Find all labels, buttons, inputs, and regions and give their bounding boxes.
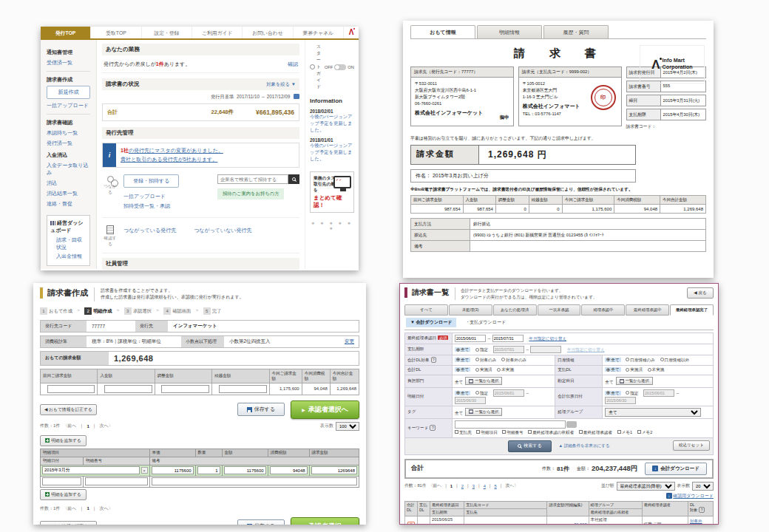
carryover-input[interactable] — [219, 385, 267, 393]
ym-switch-link[interactable]: 年月指定に切り替え — [567, 347, 605, 352]
keyword-checkbox-requester[interactable]: 最終経理承認の依頼者 — [528, 430, 574, 434]
tab-final-approved[interactable]: 最終経理承認完了 — [670, 304, 714, 316]
exclude-link[interactable]: 対象外にする — [690, 519, 702, 525]
nav-tab-settings[interactable]: 設定・登録 — [142, 27, 192, 38]
nav-tab-channel[interactable]: 業界チャネル — [294, 27, 344, 38]
quantity-input[interactable] — [197, 466, 220, 474]
keyword-clear-button[interactable] — [566, 421, 577, 428]
approval-date-to-input[interactable] — [492, 335, 524, 342]
pager-page-3[interactable]: 3 — [472, 484, 475, 488]
start-guide-toggle[interactable] — [334, 64, 346, 70]
company-search-input[interactable] — [217, 174, 288, 184]
keyword-checkbox-memo1[interactable]: メモ1 — [617, 430, 633, 434]
sidebar-item-clearing-results[interactable]: 消込結果一覧 — [47, 190, 90, 197]
clear-icon[interactable]: × — [141, 467, 148, 474]
fix-front-info-button[interactable]: ◀ おもて情報を訂正する — [40, 521, 97, 525]
page-size-select[interactable]: 20 — [692, 482, 714, 491]
amount-input[interactable] — [224, 466, 266, 474]
pager-page-2[interactable]: 2 — [461, 484, 464, 488]
news-link[interactable]: 今後のバージョンアップ予定を更新しました。 — [310, 114, 354, 133]
help-icon[interactable]: ? — [431, 357, 437, 363]
nav-tab-receive-top[interactable]: 受取TOP — [91, 27, 141, 38]
subtab-accounting-download[interactable]: ▼ 会計ダウンロード — [406, 318, 456, 327]
bulk-upload-link[interactable]: 一括アップロード — [123, 193, 212, 200]
sidebar-item-clearing[interactable]: 消込 — [47, 180, 90, 187]
acct-target-radio-all[interactable]: 全て — [455, 358, 470, 362]
keyword-input[interactable] — [455, 420, 566, 429]
sidebar-item-issued-list[interactable]: 発行済一覧 — [47, 140, 90, 147]
acct-target-radio-excluded[interactable]: 対象外のみ — [501, 358, 526, 362]
tab-unprocessed[interactable]: 未処理(3) — [449, 304, 492, 316]
tab-front-info[interactable]: おもて情報 — [410, 25, 475, 39]
acct-target-radio-only[interactable]: 対象のみ — [475, 358, 497, 362]
sidebar-item-billing-status[interactable]: 請求・回収状況 — [56, 236, 87, 251]
sidebar-item-reminder[interactable]: 連絡・督促 — [47, 200, 90, 208]
reset-filter-button[interactable]: 絞込リセット — [673, 440, 710, 451]
pager-prev[interactable]: 〈前へ — [63, 505, 76, 512]
nav-tab-issue-top[interactable]: 発行TOP — [41, 27, 91, 38]
invitation-notice-link[interactable]: 招待のご案内をお持ちの方 — [217, 188, 284, 200]
pager-page-1[interactable]: 1 — [450, 484, 453, 488]
accounting-group-select[interactable]: 全て — [605, 408, 701, 417]
carousel-dots[interactable]: ● ● ● ● ● ● — [310, 220, 354, 231]
acct-dl-radio-notdone[interactable]: 未実施 — [497, 367, 514, 372]
detail-date-radio-all[interactable]: 全て — [455, 391, 470, 395]
pager-page-4[interactable]: 4 — [484, 484, 486, 488]
detail-date-to-input[interactable] — [455, 397, 486, 404]
nav-tab-contact[interactable]: お問い合わせ — [243, 27, 293, 38]
news-link[interactable]: 今後のバージョンアップ予定を更新しました。 — [310, 143, 354, 162]
save-button[interactable]: 保存する — [237, 519, 285, 525]
tab-final-approving[interactable]: 最終経理承認中 — [626, 304, 669, 316]
voucher-date-from-input[interactable] — [643, 389, 674, 397]
pay-dl-radio-all[interactable]: 全て — [605, 367, 620, 372]
calendar-icon[interactable] — [294, 94, 299, 99]
search-button[interactable] — [288, 174, 299, 184]
promo-banner[interactable]: 業務のタスクや取引先の最新情報を まとめて確認！ ✓✓ — [310, 171, 354, 213]
bank-radio-only[interactable]: 口座情報のみ — [626, 358, 655, 362]
detail-date-input[interactable] — [42, 477, 81, 485]
due-radio-all[interactable]: 全て — [455, 347, 470, 352]
voucher-date-radio-specify[interactable]: 指定 — [626, 391, 638, 395]
detail-date-radio-specify[interactable]: 指定 — [475, 391, 488, 395]
help-icon[interactable]: ? — [699, 507, 705, 513]
change-link[interactable]: 変更 — [345, 338, 359, 345]
due-date-from-input[interactable] — [493, 346, 524, 353]
acct-dl-radio-done[interactable]: 実施済 — [475, 367, 492, 372]
add-detail-button[interactable]: 明細を追加する — [40, 489, 87, 500]
pager-page-5[interactable]: 5 — [495, 484, 497, 488]
sidebar-item-received-list[interactable]: 受信済一覧 — [47, 59, 90, 66]
unit-price-input[interactable] — [152, 466, 194, 474]
bank-radio-other[interactable]: 口座情報以外 — [660, 358, 690, 362]
pager-prev[interactable]: 〈前へ — [429, 482, 442, 489]
tab-history[interactable]: 履歴・質問 — [543, 25, 609, 38]
detail-date-from-input[interactable] — [493, 389, 524, 397]
alert-confirm-link[interactable]: 確認 — [288, 61, 298, 68]
accounting-download-button[interactable]: ↓会計ダウンロード — [645, 463, 707, 475]
save-button[interactable]: 保存する — [237, 403, 285, 416]
p-next[interactable]: 次へ〉 — [505, 482, 518, 489]
page-size-select[interactable]: 100 — [336, 422, 359, 431]
keyword-checkbox-memo2[interactable]: メモ2 — [637, 430, 653, 434]
detail-item-input[interactable] — [42, 466, 140, 474]
sidebar-item-cashflow-info[interactable]: 入出金情報 — [56, 253, 87, 260]
sidebar-item-bulk-upload[interactable]: 一括アップロード — [47, 102, 90, 109]
fix-front-info-button[interactable]: ◀ おもて情報を訂正する — [40, 404, 97, 415]
pager-next[interactable]: 次へ〉 — [100, 505, 113, 512]
acct-dl-radio-all[interactable]: 全て — [455, 367, 470, 372]
back-button[interactable]: ◀ 戻る — [687, 287, 714, 299]
sidebar-item-payment-import[interactable]: 入金データ取り込み — [47, 162, 90, 177]
tab-your-processed[interactable]: あなたの処理済 — [493, 304, 537, 316]
nav-tab-guide[interactable]: ご利用ガイド — [192, 27, 243, 38]
add-detail-button[interactable]: 明細を追加する — [40, 435, 87, 446]
pager-next[interactable]: 次へ〉 — [100, 423, 113, 429]
search-button[interactable]: 検索する — [508, 440, 551, 452]
due-radio-specify[interactable]: 指定 — [475, 347, 488, 352]
keyword-checkbox-item[interactable]: 明細項目 — [476, 430, 497, 434]
help-icon[interactable]: ? — [430, 425, 436, 431]
tab-all[interactable]: すべて — [404, 304, 448, 316]
select-approver-button[interactable]: ▶承認者選択へ — [291, 400, 359, 419]
account-pick-button[interactable]: 一覧から選択 — [616, 377, 653, 385]
voucher-date-radio-all[interactable]: 全て — [605, 391, 620, 395]
deposit-input[interactable] — [104, 385, 152, 393]
keyword-checkbox-number[interactable]: 明細番号 — [502, 430, 523, 434]
